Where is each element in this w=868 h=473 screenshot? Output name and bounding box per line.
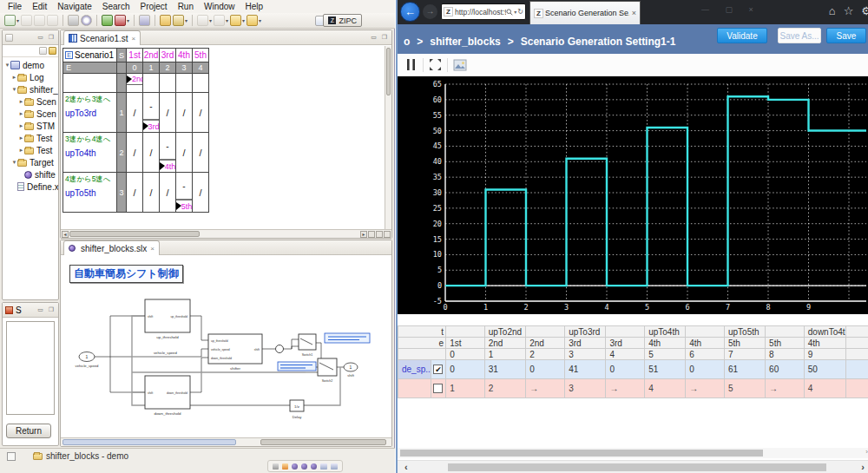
new-wizard-icon[interactable] xyxy=(4,15,16,26)
folder-tool-icon[interactable] xyxy=(160,15,171,26)
pager-button-2[interactable] xyxy=(376,231,383,238)
value-cell[interactable]: 41 xyxy=(565,360,606,379)
menu-item-file[interactable]: File xyxy=(3,2,27,11)
zipc-perspective-button[interactable]: Z ZIPC xyxy=(323,14,362,27)
transition-name-cell[interactable]: 4速から5速へupTo5th xyxy=(63,173,117,213)
init-cell-3rd[interactable] xyxy=(160,74,176,93)
validate-button[interactable]: Validate xyxy=(717,28,767,43)
menu-item-project[interactable]: Project xyxy=(135,2,173,11)
collapse-all-icon[interactable] xyxy=(39,47,47,55)
value-cell[interactable]: 51 xyxy=(645,360,686,379)
e-row-value[interactable]: 0 xyxy=(127,62,143,74)
tree-item-demo[interactable]: ▼demo xyxy=(3,59,58,71)
value-cell[interactable]: 0 xyxy=(686,360,725,379)
tree-item-test[interactable]: ►Test xyxy=(3,132,58,144)
slash-cell-5th[interactable]: / xyxy=(193,173,209,213)
signal-row-1[interactable]: de_sp..✔0310410510616050 xyxy=(398,360,868,379)
back-button[interactable]: ← xyxy=(400,2,420,22)
tree-collapsed-arrow-icon[interactable]: ► xyxy=(11,75,17,80)
tree-item-scen[interactable]: ►Scen xyxy=(3,95,58,108)
pencil-tool-dropdown-icon[interactable]: ▾ xyxy=(185,17,187,23)
gear-header-3rd[interactable]: 3rd xyxy=(160,49,176,62)
editor-minimize-maximize-icons[interactable]: ▭ ❐ xyxy=(371,34,389,41)
value-cell[interactable]: 4 xyxy=(804,379,845,398)
forward-nav-dropdown-icon[interactable]: ▾ xyxy=(259,17,261,23)
back-nav-dropdown-icon[interactable]: ▾ xyxy=(242,17,245,23)
explorer-minimize-maximize-icons[interactable]: ▭ ❐ xyxy=(37,34,56,41)
signal-name-cell[interactable] xyxy=(398,379,431,398)
menu-item-help[interactable]: Help xyxy=(240,2,269,11)
link-editor-icon[interactable] xyxy=(49,47,56,55)
explorer-tab-icon[interactable] xyxy=(5,34,13,42)
return-button[interactable]: Return xyxy=(6,424,51,438)
init-cell-5th[interactable] xyxy=(193,74,209,93)
search-icon[interactable] xyxy=(506,9,513,16)
export-image-icon[interactable] xyxy=(453,59,467,71)
slash-cell-5th[interactable]: / xyxy=(193,133,209,173)
e-row-value[interactable]: 3 xyxy=(176,62,193,74)
value-cell[interactable]: 31 xyxy=(484,360,525,379)
value-cell[interactable]: 5 xyxy=(724,379,765,398)
home-icon[interactable]: ⌂ xyxy=(829,4,836,17)
tree-collapsed-arrow-icon[interactable]: ► xyxy=(18,135,24,141)
gear-header-4th[interactable]: 4th xyxy=(176,49,193,62)
tray-icon-orange[interactable] xyxy=(282,463,288,470)
value-cell[interactable]: → xyxy=(606,379,645,398)
value-cell[interactable]: 50 xyxy=(804,360,845,379)
value-cell[interactable]: 60 xyxy=(766,360,805,379)
tray-icon-square[interactable] xyxy=(273,463,279,470)
window-controls[interactable]: — ▢ × xyxy=(701,5,760,14)
value-cell[interactable]: → xyxy=(766,379,805,398)
tree-expanded-arrow-icon[interactable]: ▼ xyxy=(4,62,10,68)
value-cell[interactable]: 3 xyxy=(565,379,606,398)
tray-icon-sphere-2[interactable] xyxy=(301,463,307,470)
pager-button-3[interactable] xyxy=(384,231,391,238)
transition-name-cell[interactable]: 3速から4速へupTo4th xyxy=(63,133,117,173)
gear-header-1st[interactable]: 1st xyxy=(127,49,143,62)
slash-cell-5th[interactable]: / xyxy=(193,93,209,133)
tree-item-shifte[interactable]: shifte xyxy=(3,168,58,181)
menu-item-window[interactable]: Window xyxy=(199,2,240,11)
e-row-value[interactable]: 2 xyxy=(160,62,176,74)
slash-cell-4th[interactable]: / xyxy=(176,93,193,133)
init-row-label[interactable] xyxy=(63,74,117,93)
prev-annotation-icon[interactable] xyxy=(197,15,208,26)
breadcrumb-project[interactable]: o xyxy=(404,36,410,48)
scenario-horizontal-scrollbar[interactable]: ◄ ► xyxy=(61,229,391,238)
build-tool-icon[interactable] xyxy=(102,15,113,26)
value-cell[interactable]: 4 xyxy=(645,379,686,398)
search-dropdown-icon[interactable]: ▾ xyxy=(514,9,516,15)
page-scroll-left-arrow[interactable]: ‹ xyxy=(404,462,408,472)
tab-close-icon[interactable]: × xyxy=(150,245,155,253)
tree-collapsed-arrow-icon[interactable]: ► xyxy=(18,123,24,128)
menu-item-search[interactable]: Search xyxy=(97,2,135,11)
save-all-icon[interactable] xyxy=(34,15,45,26)
sum-block[interactable] xyxy=(276,345,284,353)
value-cell[interactable]: 2 xyxy=(484,379,525,398)
init-cell-2nd[interactable] xyxy=(143,74,160,93)
breadcrumb-model[interactable]: shifter_blocks xyxy=(430,36,500,48)
tree-item-scen[interactable]: ►Scen xyxy=(3,108,58,120)
value-cell[interactable]: 1 xyxy=(446,379,485,398)
minus-tool-icon[interactable] xyxy=(68,15,79,26)
checked-checkbox[interactable]: ✔ xyxy=(433,365,443,374)
tree-collapsed-arrow-icon[interactable]: ► xyxy=(18,148,24,153)
settings-gear-icon[interactable]: ⚙ xyxy=(861,4,868,17)
init-cell-4th[interactable] xyxy=(176,74,193,93)
value-cell[interactable]: 0 xyxy=(526,360,565,379)
key-tool-dropdown-icon[interactable]: ▾ xyxy=(127,17,129,23)
key-tool-icon[interactable] xyxy=(115,15,126,26)
tree-collapsed-arrow-icon[interactable]: ► xyxy=(18,111,24,116)
slash-cell-2nd[interactable]: / xyxy=(143,133,160,173)
scroll-right-arrow[interactable]: ► xyxy=(360,231,367,238)
gear-header-2nd[interactable]: 2nd xyxy=(143,49,160,62)
table-horizontal-scrollbar[interactable]: › xyxy=(398,448,868,458)
value-cell[interactable]: 61 xyxy=(724,360,765,379)
save-button[interactable]: Save xyxy=(826,28,866,43)
tree-expanded-arrow-icon[interactable]: ▼ xyxy=(11,87,17,92)
pencil-tool-icon[interactable] xyxy=(173,15,184,26)
tray-icon-misc-2[interactable] xyxy=(331,463,338,470)
signal-row-2[interactable]: 12→3→4→5→4 xyxy=(398,379,868,398)
slash-cell-1st[interactable]: / xyxy=(127,93,143,133)
page-horizontal-scrollbar[interactable]: ‹ › xyxy=(398,460,868,473)
